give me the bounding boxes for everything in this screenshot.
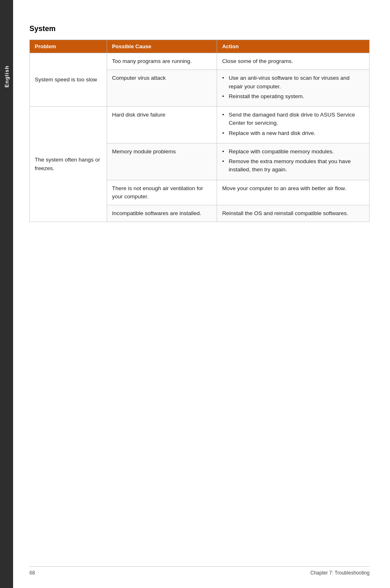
footer-page-number: 68 bbox=[29, 570, 35, 576]
bullet-item: Replace with compatible memory modules. bbox=[222, 148, 364, 156]
side-tab-label: English bbox=[4, 65, 10, 88]
section-title: System bbox=[29, 25, 370, 33]
cell-problem: System speed is too slow bbox=[30, 53, 107, 107]
cell-cause: Too many programs are running. bbox=[107, 53, 217, 70]
bullet-item: Replace with a new hard disk drive. bbox=[222, 129, 364, 137]
bullet-item: Use an anti-virus software to scan for v… bbox=[222, 74, 364, 91]
table-row: System speed is too slowToo many program… bbox=[30, 53, 370, 70]
cell-action: Reinstall the OS and reinstall compatibl… bbox=[217, 205, 370, 222]
bullet-item: Reinstall the operating system. bbox=[222, 92, 364, 101]
cell-action: Send the damaged hard disk drive to ASUS… bbox=[217, 107, 370, 144]
cell-cause: Computer virus attack bbox=[107, 70, 217, 107]
cell-action: Use an anti-virus software to scan for v… bbox=[217, 70, 370, 107]
bullet-item: Remove the extra memory modules that you… bbox=[222, 157, 364, 174]
system-table: Problem Possible Cause Action System spe… bbox=[29, 40, 370, 222]
cell-problem: The system often hangs or freezes. bbox=[30, 107, 107, 222]
cell-action: Move your computer to an area with bette… bbox=[217, 180, 370, 205]
cell-cause: Incompatible softwares are installed. bbox=[107, 205, 217, 222]
main-content: System Problem Possible Cause Action Sys… bbox=[13, 0, 390, 588]
header-problem: Problem bbox=[30, 40, 107, 53]
table-row: The system often hangs or freezes.Hard d… bbox=[30, 107, 370, 144]
page-footer: 68 Chapter 7: Troubleshooting bbox=[29, 566, 370, 576]
header-action: Action bbox=[217, 40, 370, 53]
header-cause: Possible Cause bbox=[107, 40, 217, 53]
side-tab: English bbox=[0, 0, 13, 588]
page-container: English System Problem Possible Cause Ac… bbox=[0, 0, 390, 588]
bullet-item: Send the damaged hard disk drive to ASUS… bbox=[222, 111, 364, 128]
cell-action: Close some of the programs. bbox=[217, 53, 370, 70]
cell-cause: Memory module problems bbox=[107, 143, 217, 180]
cell-cause: There is not enough air ventilation for … bbox=[107, 180, 217, 205]
cell-action: Replace with compatible memory modules.R… bbox=[217, 143, 370, 180]
footer-chapter: Chapter 7: Troubleshooting bbox=[310, 570, 370, 576]
table-header-row: Problem Possible Cause Action bbox=[30, 40, 370, 53]
cell-cause: Hard disk drive failure bbox=[107, 107, 217, 144]
